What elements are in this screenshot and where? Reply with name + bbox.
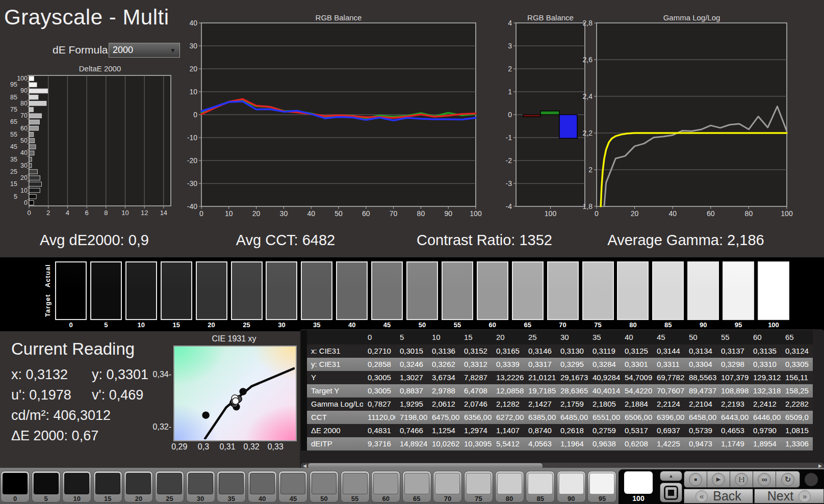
row-strip	[301, 384, 307, 397]
table-col-header: 50	[684, 330, 716, 344]
svg-text:10: 10	[225, 209, 233, 218]
back-button-label: Back	[713, 489, 741, 503]
table-cell: 21,0121	[524, 371, 556, 384]
next-button[interactable]: Next »	[754, 489, 824, 503]
de-formula-label: dE Formula:	[53, 44, 111, 56]
patch-label: 5	[32, 495, 60, 502]
loop-range-button[interactable]: [··]	[730, 471, 753, 488]
patch-label: 30	[187, 495, 215, 502]
strip-swatch-50	[406, 261, 438, 320]
patch-button-5[interactable]: 5	[32, 471, 61, 502]
patch-button-70[interactable]: 70	[433, 471, 462, 502]
svg-text:RGB Balance: RGB Balance	[527, 14, 574, 22]
row-label: CCT	[307, 411, 363, 424]
de-formula-dropdown[interactable]: 2000 ▼	[109, 43, 180, 58]
play-button[interactable]: ▶	[707, 471, 730, 488]
strip-swatch-90	[687, 261, 719, 320]
svg-text:85: 85	[10, 94, 17, 101]
stop-button[interactable]: ■	[684, 471, 707, 488]
strip-swatch-65	[512, 261, 544, 320]
patch-button-60[interactable]: 60	[371, 471, 400, 502]
svg-text:-4: -4	[506, 202, 512, 210]
strip-swatch-15	[161, 261, 192, 320]
patch-swatch-40	[250, 473, 275, 494]
patch-button-30[interactable]: 30	[186, 471, 215, 502]
refresh-button[interactable]: ↻	[776, 471, 800, 488]
cie-y-tick: 0,32-	[149, 422, 171, 432]
svg-text:8: 8	[104, 209, 108, 217]
table-cell: 0,3304	[684, 358, 716, 371]
svg-text:2: 2	[508, 65, 512, 73]
patch-button-40[interactable]: 40	[248, 471, 277, 502]
table-cell: 0,4831	[363, 424, 395, 437]
svg-text:80: 80	[745, 209, 753, 218]
table-cell: 88,5563	[684, 371, 716, 384]
patch-button-100-selected[interactable]: 100	[623, 471, 654, 502]
table-cell: 7198,0000	[395, 411, 427, 424]
stat-avg-de2000: Avg dE2000: 0,9	[8, 227, 181, 253]
strip-swatch-label: 10	[125, 321, 157, 329]
svg-text:30: 30	[280, 209, 288, 218]
table-row: Gamma Log/Log0,78271,92952,06122,07462,1…	[301, 397, 824, 411]
refresh-icon: ↻	[785, 475, 791, 484]
patch-label: 35	[217, 495, 245, 502]
de-formula-value: 2000	[113, 45, 133, 56]
daylight-locus-line	[204, 368, 295, 439]
table-cell: 0,3005	[363, 384, 395, 397]
table-cell: 1,2974	[459, 424, 492, 437]
patch-button-80[interactable]: 80	[495, 471, 524, 502]
svg-text:4: 4	[508, 19, 512, 27]
patch-swatch-50	[312, 473, 337, 494]
svg-text:-1: -1	[506, 134, 512, 142]
patch-button-90[interactable]: 90	[557, 471, 586, 502]
patch-button-65[interactable]: 65	[402, 471, 431, 502]
patch-swatch-55	[343, 473, 368, 494]
table-cell: 2,1759	[556, 397, 588, 411]
svg-text:20: 20	[189, 65, 197, 73]
svg-text:0: 0	[508, 111, 512, 119]
table-row: x: CIE310,27100,30150,31360,31520,31650,…	[301, 344, 824, 358]
table-cell: 2,2124	[652, 397, 684, 411]
row-strip	[301, 437, 307, 450]
svg-text:50: 50	[20, 137, 28, 144]
back-button[interactable]: « Back	[684, 489, 753, 503]
strip-swatch-label: 60	[477, 321, 508, 329]
strip-swatch-label: 25	[231, 321, 263, 329]
patch-button-75[interactable]: 75	[464, 471, 493, 502]
table-row: dEITP9,371614,892410,026210,30955,54124,…	[301, 437, 824, 450]
patch-swatch-15	[95, 473, 120, 494]
patch-button-25[interactable]: 25	[155, 471, 184, 502]
table-cell: 107,3797	[716, 371, 749, 384]
patch-button-85[interactable]: 85	[526, 471, 555, 502]
strip-swatch-label: 20	[196, 321, 227, 329]
patch-button-55[interactable]: 55	[341, 471, 370, 502]
strip-swatch-label: 35	[301, 321, 332, 329]
patch-button-50[interactable]: 50	[310, 471, 339, 502]
svg-text:-2: -2	[506, 156, 512, 165]
gamma-loglog-chart: Gamma Log/Log1,822,22,42,62,802040608010…	[581, 14, 795, 219]
table-cell: 6509,0	[781, 411, 813, 424]
patch-button-45[interactable]: 45	[278, 471, 307, 502]
patch-button-15[interactable]: 15	[93, 471, 122, 502]
table-cell: 9,3716	[363, 437, 395, 450]
patch-button-35[interactable]: 35	[217, 471, 246, 502]
collapse-button[interactable]: ▲	[660, 471, 682, 481]
patch-button-10[interactable]: 10	[62, 471, 91, 502]
patch-label: 65	[403, 495, 431, 502]
patch-button-0[interactable]: 0	[1, 471, 30, 502]
strip-swatch-60	[477, 261, 508, 320]
svg-text:2: 2	[46, 209, 50, 217]
table-header-row: 05101520253035404550556065	[301, 330, 824, 344]
table-cell: 0,3152	[459, 344, 492, 358]
svg-text:0: 0	[595, 209, 599, 218]
infinite-loop-button[interactable]: ∞	[753, 471, 776, 488]
table-col-header: 15	[459, 330, 492, 344]
patch-button-20[interactable]: 20	[124, 471, 153, 502]
strip-swatch-label: 5	[90, 321, 122, 329]
table-cell: 54,7009	[620, 371, 652, 384]
table-row: ΔE 20000,48310,74661,12541,29741,14070,8…	[301, 424, 824, 437]
svg-text:100: 100	[545, 209, 557, 218]
patch-button-95[interactable]: 95	[587, 471, 616, 502]
display-pattern-button[interactable]	[660, 483, 682, 502]
table-cell: 0,5317	[620, 424, 652, 437]
